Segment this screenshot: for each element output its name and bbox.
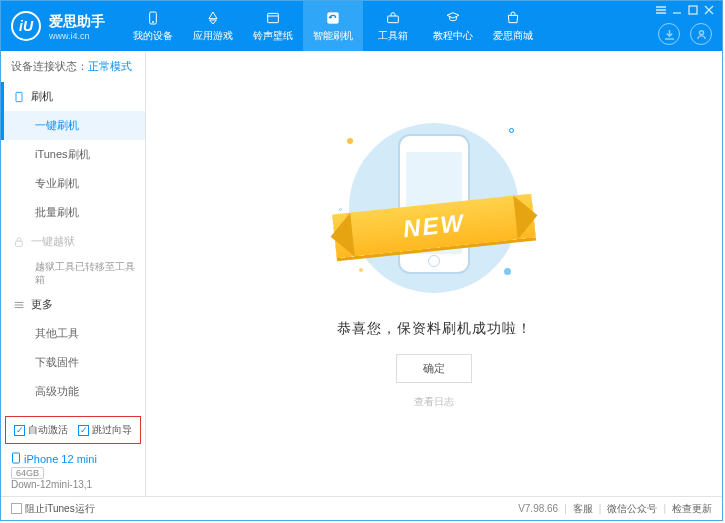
maximize-icon[interactable] (686, 4, 700, 16)
user-controls (658, 23, 712, 45)
connection-status: 设备连接状态：正常模式 (1, 51, 145, 82)
sidebar-section-more[interactable]: 更多 (1, 290, 145, 319)
jailbreak-note: 越狱工具已转移至工具箱 (1, 256, 145, 290)
flash-options: ✓自动激活 ✓跳过向导 (5, 416, 141, 444)
support-link[interactable]: 客服 (573, 502, 593, 516)
sidebar-item-download-firmware[interactable]: 下载固件 (1, 348, 145, 377)
phone-icon (13, 91, 25, 103)
minimize-icon[interactable] (670, 4, 684, 16)
status-bar: 阻止iTunes运行 V7.98.66 | 客服 | 微信公众号 | 检查更新 (1, 496, 722, 520)
sidebar-item-pro-flash[interactable]: 专业刷机 (1, 169, 145, 198)
title-bar: iU 爱思助手 www.i4.cn 我的设备 应用游戏 铃声壁纸 智能刷机 (1, 1, 722, 51)
app-url: www.i4.cn (49, 31, 105, 41)
toolbox-icon (384, 10, 402, 26)
account-button[interactable] (690, 23, 712, 45)
checkbox-auto-activate[interactable]: ✓自动激活 (14, 423, 68, 437)
device-icon (144, 10, 162, 26)
sidebar-item-oneclick-flash[interactable]: 一键刷机 (1, 111, 145, 140)
device-storage: 64GB (11, 467, 44, 479)
update-link[interactable]: 检查更新 (672, 502, 712, 516)
logo-icon: iU (11, 11, 41, 41)
svg-rect-9 (13, 453, 20, 463)
nav-smart-flash[interactable]: 智能刷机 (303, 1, 363, 51)
confirm-button[interactable]: 确定 (396, 354, 472, 383)
svg-point-1 (152, 21, 153, 22)
app-body: 设备连接状态：正常模式 刷机 一键刷机 iTunes刷机 专业刷机 批量刷机 一… (1, 51, 722, 496)
sidebar: 设备连接状态：正常模式 刷机 一键刷机 iTunes刷机 专业刷机 批量刷机 一… (1, 51, 146, 496)
svg-rect-5 (689, 6, 697, 14)
device-model: Down-12mini-13,1 (11, 479, 135, 490)
nav-my-device[interactable]: 我的设备 (123, 1, 183, 51)
flash-icon (324, 10, 342, 26)
success-illustration: NEW (329, 118, 539, 298)
nav-toolbox[interactable]: 工具箱 (363, 1, 423, 51)
app-logo: iU 爱思助手 www.i4.cn (1, 11, 115, 41)
tutorial-icon (444, 10, 462, 26)
wallpaper-icon (264, 10, 282, 26)
nav-ringtone-wallpaper[interactable]: 铃声壁纸 (243, 1, 303, 51)
svg-rect-3 (328, 12, 339, 23)
svg-rect-8 (16, 241, 23, 246)
close-icon[interactable] (702, 4, 716, 16)
lock-icon (13, 236, 25, 248)
svg-rect-2 (268, 13, 279, 22)
app-window: iU 爱思助手 www.i4.cn 我的设备 应用游戏 铃声壁纸 智能刷机 (0, 0, 723, 521)
nav-apps-games[interactable]: 应用游戏 (183, 1, 243, 51)
device-icon (11, 452, 21, 464)
menu-lines-icon (13, 299, 25, 311)
menu-icon[interactable] (654, 4, 668, 16)
success-message: 恭喜您，保资料刷机成功啦！ (337, 320, 532, 338)
sidebar-item-other-tools[interactable]: 其他工具 (1, 319, 145, 348)
nav-store[interactable]: 爱思商城 (483, 1, 543, 51)
store-icon (504, 10, 522, 26)
main-nav: 我的设备 应用游戏 铃声壁纸 智能刷机 工具箱 教程中心 (123, 1, 543, 51)
sidebar-section-flash[interactable]: 刷机 (1, 82, 145, 111)
main-panel: NEW 恭喜您，保资料刷机成功啦！ 确定 查看日志 (146, 51, 722, 496)
sidebar-item-batch-flash[interactable]: 批量刷机 (1, 198, 145, 227)
sidebar-section-jailbreak: 一键越狱 (1, 227, 145, 256)
wechat-link[interactable]: 微信公众号 (607, 502, 657, 516)
app-name: 爱思助手 (49, 13, 105, 29)
sidebar-item-itunes-flash[interactable]: iTunes刷机 (1, 140, 145, 169)
nav-tutorials[interactable]: 教程中心 (423, 1, 483, 51)
version-label: V7.98.66 (518, 503, 558, 514)
window-controls (648, 1, 722, 19)
checkbox-block-itunes[interactable]: 阻止iTunes运行 (11, 502, 95, 516)
view-log-link[interactable]: 查看日志 (414, 395, 454, 409)
device-name: iPhone 12 mini (24, 453, 97, 465)
svg-rect-4 (388, 16, 399, 23)
checkbox-skip-guide[interactable]: ✓跳过向导 (78, 423, 132, 437)
svg-rect-7 (16, 92, 22, 101)
svg-point-6 (699, 30, 703, 34)
apps-icon (204, 10, 222, 26)
download-button[interactable] (658, 23, 680, 45)
device-info[interactable]: iPhone 12 mini 64GB Down-12mini-13,1 (1, 446, 145, 496)
sidebar-item-advanced[interactable]: 高级功能 (1, 377, 145, 406)
